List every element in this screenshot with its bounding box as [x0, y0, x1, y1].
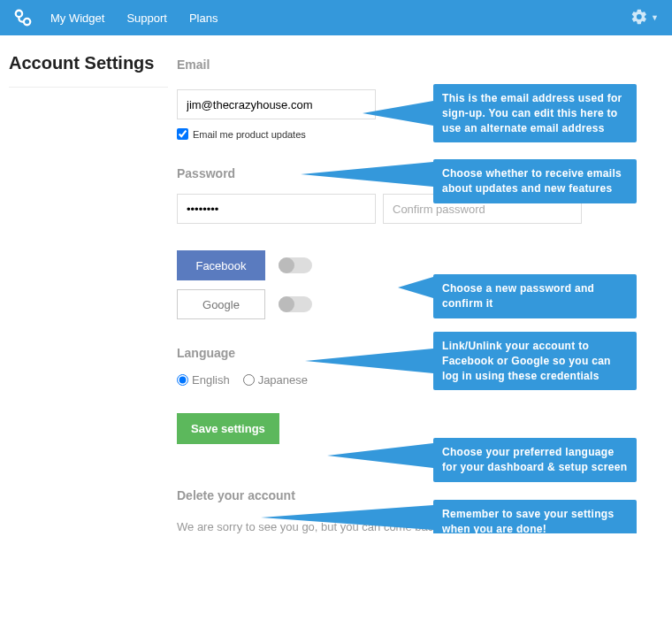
language-english-option[interactable]: English — [177, 373, 230, 387]
nav-my-widget[interactable]: My Widget — [50, 12, 104, 25]
product-updates-label: Email me product updates — [193, 129, 306, 140]
caret-down-icon: ▼ — [651, 13, 659, 22]
language-english-label: English — [192, 373, 230, 387]
nav-support[interactable]: Support — [126, 12, 167, 25]
callout-save-text: Remember to save your settings when you … — [442, 508, 614, 533]
google-button[interactable]: Google — [177, 289, 265, 319]
email-section-label: Email — [177, 58, 663, 72]
sidebar: Account Settings — [0, 53, 168, 533]
language-japanese-option[interactable]: Japanese — [243, 373, 308, 387]
top-header: My Widget Support Plans ▼ — [0, 0, 672, 35]
callout-language-text: Choose your preferred language for your … — [442, 446, 627, 473]
nav-plans[interactable]: Plans — [189, 12, 218, 25]
password-input[interactable] — [177, 194, 376, 224]
main-content: Email Email me product updates Password … — [168, 53, 672, 533]
callout-email-text: This is the email address used for sign-… — [442, 92, 622, 134]
save-settings-button[interactable]: Save settings — [177, 413, 279, 444]
language-japanese-label: Japanese — [258, 373, 308, 387]
settings-menu[interactable]: ▼ — [630, 0, 659, 35]
callout-password-text: Choose a new password and confirm it — [442, 282, 594, 310]
google-toggle[interactable] — [279, 296, 312, 312]
app-logo-icon — [13, 8, 33, 27]
callout-save: Remember to save your settings when you … — [433, 500, 637, 533]
callout-social: Link/Unlink your account to Facebook or … — [433, 332, 637, 390]
callout-social-text: Link/Unlink your account to Facebook or … — [442, 340, 611, 382]
facebook-button[interactable]: Facebook — [177, 250, 265, 280]
callout-updates: Choose whether to receive emails about u… — [433, 159, 637, 203]
svg-point-1 — [24, 19, 30, 25]
language-japanese-radio[interactable] — [243, 374, 255, 386]
language-english-radio[interactable] — [177, 374, 188, 386]
callout-language: Choose your preferred language for your … — [433, 438, 637, 482]
product-updates-checkbox[interactable] — [177, 128, 188, 140]
page-title: Account Settings — [9, 53, 168, 88]
callout-password: Choose a new password and confirm it — [433, 274, 637, 318]
callout-updates-text: Choose whether to receive emails about u… — [442, 167, 622, 195]
callout-email: This is the email address used for sign-… — [433, 84, 637, 142]
email-input[interactable] — [177, 89, 376, 119]
gear-icon — [630, 8, 648, 28]
svg-point-0 — [16, 11, 22, 17]
facebook-toggle[interactable] — [279, 257, 312, 273]
